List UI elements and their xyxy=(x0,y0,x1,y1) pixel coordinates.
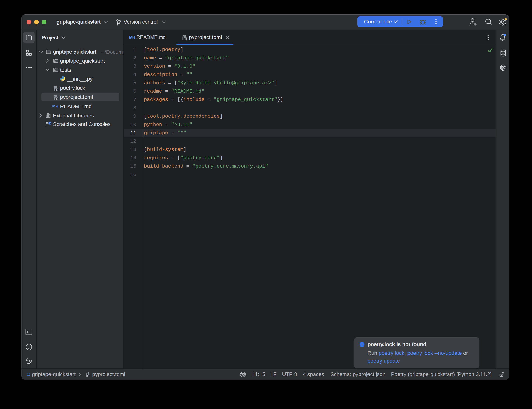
svg-text:M: M xyxy=(52,104,55,108)
svg-text:M: M xyxy=(129,35,133,40)
